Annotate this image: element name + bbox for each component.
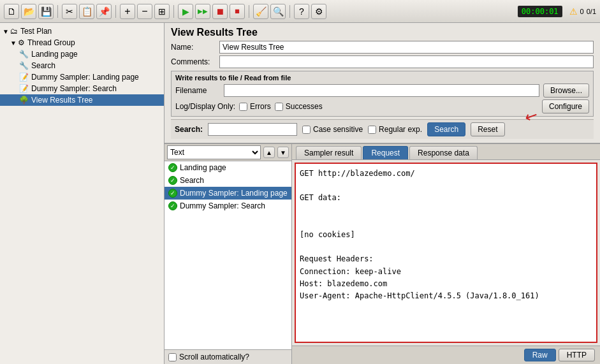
open-button[interactable]: 📂 bbox=[21, 4, 36, 19]
sidebar-item-search[interactable]: 🔧 Search bbox=[0, 60, 164, 71]
view-type-select[interactable]: Text RegExp Tester CSS/JQuery Tester JSO… bbox=[167, 145, 261, 159]
sidebar-item-dummy-landing[interactable]: 📝 Dummy Sampler: Landing page bbox=[0, 71, 164, 83]
search-label: Search: bbox=[175, 125, 203, 134]
dummy-landing-label: Dummy Sampler: Landing page bbox=[31, 73, 139, 82]
tab-sampler-result[interactable]: Sampler result bbox=[296, 146, 362, 159]
content-line: GET data: bbox=[300, 192, 592, 204]
right-panel: View Results Tree Name: Comments: Write … bbox=[165, 23, 600, 364]
status-indicator: ✓ bbox=[168, 176, 177, 185]
reset-button[interactable]: Reset bbox=[471, 122, 504, 136]
help-button[interactable]: ? bbox=[294, 4, 309, 19]
warning-icon: ⚠ bbox=[569, 6, 578, 17]
sidebar-item-test-plan[interactable]: ▼ 🗂 Test Plan bbox=[0, 25, 164, 37]
stop-button[interactable]: ⏹ bbox=[212, 4, 228, 19]
sidebar-item-landing-page[interactable]: 🔧 Landing page bbox=[0, 48, 164, 60]
comments-row: Comments: bbox=[171, 55, 594, 68]
content-line bbox=[300, 180, 592, 192]
scroll-auto-checkbox[interactable] bbox=[168, 353, 177, 361]
regular-exp-checkbox[interactable] bbox=[368, 126, 376, 134]
sep5 bbox=[289, 5, 290, 18]
run-all-button[interactable]: ▶▶ bbox=[195, 4, 210, 19]
sidebar: ▼ 🗂 Test Plan ▼ ⚙ Thread Group 🔧 Landing… bbox=[0, 23, 165, 364]
tab-response-data[interactable]: Response data bbox=[409, 146, 478, 159]
content-line: Host: blazedemo.com bbox=[300, 278, 592, 290]
warning-area: ⚠ 0 0/1 bbox=[569, 6, 596, 17]
sep1 bbox=[57, 5, 58, 18]
file-section: Write results to file / Read from file F… bbox=[171, 71, 594, 117]
scroll-auto-label: Scroll automatically? bbox=[179, 353, 249, 361]
thread-group-icon: ⚙ bbox=[18, 38, 25, 47]
list-item[interactable]: ✓ Landing page bbox=[165, 161, 291, 174]
case-sensitive-checkbox[interactable] bbox=[302, 126, 311, 134]
stop-all-button[interactable]: ⏹ bbox=[230, 4, 245, 19]
paste-button[interactable]: 📌 bbox=[96, 4, 112, 19]
copy-button[interactable]: 📋 bbox=[79, 4, 94, 19]
regular-exp-label: Regular exp. bbox=[379, 125, 422, 134]
comments-field[interactable] bbox=[219, 55, 594, 68]
content-line: GET http://blazedemo.com/ bbox=[300, 168, 592, 180]
warning-count: 0 bbox=[580, 8, 584, 15]
toolbar: 🗋 📂 💾 ✂ 📋 📌 + − ⊞ ▶ ▶▶ ⏹ ⏹ 🧹 🔍 ? ⚙ 00:00… bbox=[0, 0, 600, 23]
search-section: Search: Case sensitive Regular exp. Sear… bbox=[171, 119, 594, 139]
sep3 bbox=[173, 5, 174, 18]
search-input[interactable] bbox=[208, 123, 297, 136]
search-toolbar-button[interactable]: 🔍 bbox=[270, 4, 286, 19]
file-row: Filename Browse... bbox=[175, 84, 589, 98]
http-button[interactable]: HTTP bbox=[559, 349, 595, 361]
new-button[interactable]: 🗋 bbox=[4, 4, 19, 19]
cut-button[interactable]: ✂ bbox=[62, 4, 77, 19]
file-section-title: Write results to file / Read from file bbox=[175, 74, 589, 82]
item-label: Search bbox=[180, 176, 204, 185]
sidebar-item-thread-group[interactable]: ▼ ⚙ Thread Group bbox=[0, 37, 164, 48]
content-line bbox=[300, 217, 592, 229]
landing-page-icon: 🔧 bbox=[19, 50, 29, 59]
list-item[interactable]: ✓ Dummy Sampler: Search bbox=[165, 200, 291, 212]
run-button[interactable]: ▶ bbox=[178, 4, 193, 19]
successes-label: Successes bbox=[286, 102, 323, 111]
log-display-label: Log/Display Only: bbox=[175, 102, 235, 111]
save-button[interactable]: 💾 bbox=[38, 4, 54, 19]
configure-button[interactable]: Configure bbox=[542, 99, 589, 113]
collapse-button[interactable]: − bbox=[137, 4, 152, 19]
scroll-up-button[interactable]: ▲ bbox=[263, 147, 275, 158]
clear-button[interactable]: 🧹 bbox=[253, 4, 268, 19]
results-list: ✓ Landing page ✓ Search ✓ Dummy Sampler:… bbox=[165, 161, 291, 349]
content-line: User-Agent: Apache-HttpClient/4.5.5 (Jav… bbox=[300, 290, 592, 302]
sidebar-item-dummy-search[interactable]: 📝 Dummy Sampler: Search bbox=[0, 83, 164, 94]
content-line: [no cookies] bbox=[300, 229, 592, 241]
raw-button[interactable]: Raw bbox=[524, 349, 556, 361]
dummy-landing-icon: 📝 bbox=[19, 73, 29, 82]
errors-checkbox[interactable] bbox=[239, 103, 247, 111]
settings-button[interactable]: ⚙ bbox=[311, 4, 326, 19]
expand-button[interactable]: + bbox=[120, 4, 135, 19]
item-label: Dummy Sampler: Landing page bbox=[180, 189, 288, 198]
toggle-button[interactable]: ⊞ bbox=[154, 4, 170, 19]
content-footer: Raw HTTP bbox=[292, 346, 600, 364]
tab-request[interactable]: Request bbox=[363, 146, 408, 159]
fraction-display: 0/1 bbox=[587, 8, 596, 15]
content-line: Request Headers: bbox=[300, 253, 592, 265]
content-line bbox=[300, 205, 592, 217]
scroll-down-button[interactable]: ▼ bbox=[277, 147, 289, 158]
dummy-search-label: Dummy Sampler: Search bbox=[31, 84, 117, 93]
sep4 bbox=[249, 5, 249, 18]
sep2 bbox=[115, 5, 116, 18]
content-line bbox=[300, 241, 592, 253]
status-indicator: ✓ bbox=[168, 201, 177, 210]
main-layout: ▼ 🗂 Test Plan ▼ ⚙ Thread Group 🔧 Landing… bbox=[0, 23, 600, 364]
list-item[interactable]: ✓ Search bbox=[165, 174, 291, 187]
list-pane: Text RegExp Tester CSS/JQuery Tester JSO… bbox=[165, 144, 292, 364]
filename-field[interactable] bbox=[224, 84, 539, 97]
browse-button[interactable]: Browse... bbox=[543, 84, 589, 98]
content-pane: Sampler result Request Response data GET… bbox=[292, 144, 600, 364]
log-display-row: Log/Display Only: Errors Successes Confi… bbox=[175, 99, 589, 113]
thread-group-label: Thread Group bbox=[27, 38, 75, 47]
view-results-icon: 🌳 bbox=[19, 96, 29, 105]
errors-label: Errors bbox=[250, 102, 271, 111]
search-button[interactable]: Search bbox=[427, 122, 465, 136]
view-results-label: View Results Tree bbox=[31, 96, 93, 105]
successes-checkbox[interactable] bbox=[275, 103, 283, 111]
list-item-selected[interactable]: ✓ Dummy Sampler: Landing page bbox=[165, 187, 291, 200]
sidebar-item-view-results[interactable]: 🌳 View Results Tree bbox=[0, 94, 164, 106]
name-field[interactable] bbox=[219, 41, 594, 54]
